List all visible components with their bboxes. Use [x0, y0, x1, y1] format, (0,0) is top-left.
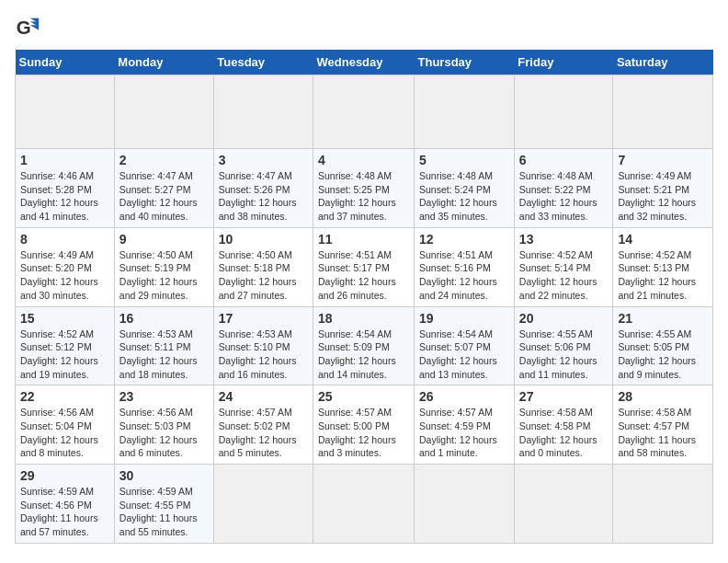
- day-number: 20: [519, 311, 609, 326]
- day-number: 6: [519, 153, 609, 167]
- day-number: 18: [318, 311, 409, 326]
- logo: G: [15, 15, 44, 40]
- day-number: 1: [20, 153, 109, 167]
- calendar-week-2: 8Sunrise: 4:49 AMSunset: 5:20 PMDaylight…: [16, 227, 713, 306]
- cell-info: Sunrise: 4:47 AMSunset: 5:27 PMDaylight:…: [119, 169, 209, 224]
- calendar-week-0: [16, 75, 713, 149]
- cell-info: Sunrise: 4:48 AMSunset: 5:25 PMDaylight:…: [318, 169, 409, 224]
- calendar-cell: [16, 75, 115, 149]
- svg-marker-3: [30, 25, 39, 30]
- cell-info: Sunrise: 4:53 AMSunset: 5:10 PMDaylight:…: [219, 327, 308, 382]
- svg-text:G: G: [17, 17, 31, 38]
- day-number: 7: [618, 153, 708, 167]
- cell-info: Sunrise: 4:57 AMSunset: 4:59 PMDaylight:…: [419, 406, 509, 460]
- calendar-cell: 20Sunrise: 4:55 AMSunset: 5:06 PMDayligh…: [514, 306, 613, 385]
- calendar-cell: 29Sunrise: 4:59 AMSunset: 4:56 PMDayligh…: [16, 465, 115, 544]
- day-number: 22: [20, 389, 109, 404]
- calendar-cell: [613, 75, 713, 149]
- header-row: SundayMondayTuesdayWednesdayThursdayFrid…: [16, 50, 713, 75]
- day-number: 10: [219, 232, 308, 247]
- calendar-cell: 27Sunrise: 4:58 AMSunset: 4:58 PMDayligh…: [514, 385, 613, 465]
- cell-info: Sunrise: 4:48 AMSunset: 5:24 PMDaylight:…: [419, 169, 509, 224]
- day-number: 12: [419, 232, 509, 247]
- cell-info: Sunrise: 4:57 AMSunset: 5:00 PMDaylight:…: [318, 406, 409, 460]
- day-number: 29: [20, 468, 109, 483]
- day-number: 4: [318, 153, 409, 167]
- calendar-week-5: 29Sunrise: 4:59 AMSunset: 4:56 PMDayligh…: [16, 465, 713, 544]
- cell-info: Sunrise: 4:54 AMSunset: 5:07 PMDaylight:…: [419, 327, 509, 382]
- cell-info: Sunrise: 4:59 AMSunset: 4:56 PMDaylight:…: [20, 485, 109, 539]
- calendar-cell: 13Sunrise: 4:52 AMSunset: 5:14 PMDayligh…: [514, 227, 613, 306]
- cell-info: Sunrise: 4:59 AMSunset: 4:55 PMDaylight:…: [119, 485, 209, 539]
- day-number: 25: [318, 389, 409, 404]
- col-header-saturday: Saturday: [613, 50, 713, 75]
- calendar-week-3: 15Sunrise: 4:52 AMSunset: 5:12 PMDayligh…: [16, 306, 713, 385]
- day-number: 14: [618, 232, 708, 247]
- calendar-cell: 2Sunrise: 4:47 AMSunset: 5:27 PMDaylight…: [114, 149, 213, 228]
- day-number: 28: [618, 389, 708, 404]
- cell-info: Sunrise: 4:54 AMSunset: 5:09 PMDaylight:…: [318, 327, 409, 382]
- calendar-cell: [213, 465, 313, 544]
- day-number: 17: [219, 311, 308, 326]
- calendar-cell: 10Sunrise: 4:50 AMSunset: 5:18 PMDayligh…: [213, 227, 313, 306]
- cell-info: Sunrise: 4:56 AMSunset: 5:03 PMDaylight:…: [119, 406, 209, 460]
- cell-info: Sunrise: 4:58 AMSunset: 4:58 PMDaylight:…: [519, 406, 609, 460]
- calendar-cell: [514, 465, 613, 544]
- day-number: 8: [20, 232, 109, 247]
- calendar-week-4: 22Sunrise: 4:56 AMSunset: 5:04 PMDayligh…: [16, 385, 713, 465]
- col-header-sunday: Sunday: [16, 50, 115, 75]
- day-number: 26: [419, 389, 509, 404]
- calendar-cell: 3Sunrise: 4:47 AMSunset: 5:26 PMDaylight…: [213, 149, 313, 228]
- cell-info: Sunrise: 4:49 AMSunset: 5:20 PMDaylight:…: [20, 248, 109, 303]
- calendar-cell: [213, 75, 313, 149]
- cell-info: Sunrise: 4:49 AMSunset: 5:21 PMDaylight:…: [618, 169, 708, 224]
- calendar-cell: 24Sunrise: 4:57 AMSunset: 5:02 PMDayligh…: [213, 385, 313, 465]
- calendar-cell: 19Sunrise: 4:54 AMSunset: 5:07 PMDayligh…: [415, 306, 515, 385]
- day-number: 27: [519, 389, 609, 404]
- cell-info: Sunrise: 4:48 AMSunset: 5:22 PMDaylight:…: [519, 169, 609, 224]
- cell-info: Sunrise: 4:51 AMSunset: 5:17 PMDaylight:…: [318, 248, 409, 303]
- cell-info: Sunrise: 4:52 AMSunset: 5:13 PMDaylight:…: [618, 248, 708, 303]
- cell-info: Sunrise: 4:55 AMSunset: 5:05 PMDaylight:…: [618, 327, 708, 382]
- day-number: 21: [618, 311, 708, 326]
- cell-info: Sunrise: 4:53 AMSunset: 5:11 PMDaylight:…: [119, 327, 209, 382]
- cell-info: Sunrise: 4:46 AMSunset: 5:28 PMDaylight:…: [20, 169, 109, 224]
- calendar-cell: 5Sunrise: 4:48 AMSunset: 5:24 PMDaylight…: [415, 149, 515, 228]
- day-number: 23: [119, 389, 209, 404]
- calendar-cell: 25Sunrise: 4:57 AMSunset: 5:00 PMDayligh…: [313, 385, 415, 465]
- calendar-cell: 17Sunrise: 4:53 AMSunset: 5:10 PMDayligh…: [213, 306, 313, 385]
- calendar-cell: 15Sunrise: 4:52 AMSunset: 5:12 PMDayligh…: [16, 306, 115, 385]
- calendar-cell: 1Sunrise: 4:46 AMSunset: 5:28 PMDaylight…: [16, 149, 115, 228]
- cell-info: Sunrise: 4:52 AMSunset: 5:12 PMDaylight:…: [20, 327, 109, 382]
- calendar-cell: [313, 465, 415, 544]
- calendar-cell: 8Sunrise: 4:49 AMSunset: 5:20 PMDaylight…: [16, 227, 115, 306]
- cell-info: Sunrise: 4:50 AMSunset: 5:19 PMDaylight:…: [119, 248, 209, 303]
- col-header-thursday: Thursday: [415, 50, 515, 75]
- day-number: 13: [519, 232, 609, 247]
- day-number: 5: [419, 153, 509, 167]
- col-header-tuesday: Tuesday: [213, 50, 313, 75]
- cell-info: Sunrise: 4:50 AMSunset: 5:18 PMDaylight:…: [219, 248, 308, 303]
- day-number: 16: [119, 311, 209, 326]
- calendar-cell: 28Sunrise: 4:58 AMSunset: 4:57 PMDayligh…: [613, 385, 713, 465]
- calendar-cell: 16Sunrise: 4:53 AMSunset: 5:11 PMDayligh…: [114, 306, 213, 385]
- cell-info: Sunrise: 4:56 AMSunset: 5:04 PMDaylight:…: [20, 406, 109, 460]
- cell-info: Sunrise: 4:55 AMSunset: 5:06 PMDaylight:…: [519, 327, 609, 382]
- col-header-monday: Monday: [114, 50, 213, 75]
- calendar-cell: 12Sunrise: 4:51 AMSunset: 5:16 PMDayligh…: [415, 227, 515, 306]
- col-header-wednesday: Wednesday: [313, 50, 415, 75]
- cell-info: Sunrise: 4:51 AMSunset: 5:16 PMDaylight:…: [419, 248, 509, 303]
- cell-info: Sunrise: 4:52 AMSunset: 5:14 PMDaylight:…: [519, 248, 609, 303]
- calendar-cell: [514, 75, 613, 149]
- calendar-table: SundayMondayTuesdayWednesdayThursdayFrid…: [15, 50, 713, 544]
- calendar-cell: 26Sunrise: 4:57 AMSunset: 4:59 PMDayligh…: [415, 385, 515, 465]
- calendar-cell: 23Sunrise: 4:56 AMSunset: 5:03 PMDayligh…: [114, 385, 213, 465]
- col-header-friday: Friday: [514, 50, 613, 75]
- logo-icon: G: [15, 15, 40, 40]
- calendar-week-1: 1Sunrise: 4:46 AMSunset: 5:28 PMDaylight…: [16, 149, 713, 228]
- day-number: 30: [119, 468, 209, 483]
- day-number: 2: [119, 153, 209, 167]
- calendar-cell: 11Sunrise: 4:51 AMSunset: 5:17 PMDayligh…: [313, 227, 415, 306]
- calendar-cell: [415, 75, 515, 149]
- calendar-cell: 18Sunrise: 4:54 AMSunset: 5:09 PMDayligh…: [313, 306, 415, 385]
